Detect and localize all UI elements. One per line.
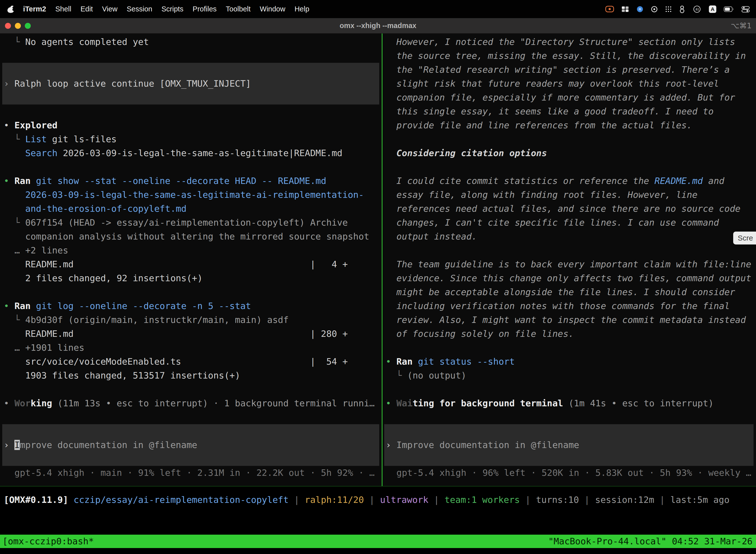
terminal-line [386,160,756,174]
terminal-line: output instead. [386,230,756,243]
terminal-line [2,452,379,466]
menu-item-toolbelt[interactable]: Toolbelt [226,5,251,13]
terminal-line: The team guideline is to back every impo… [386,258,756,271]
terminal-line [386,243,756,258]
terminal-line: └ (no output) [386,369,756,383]
terminal-line [4,410,382,424]
blue-app-icon[interactable] [636,6,643,13]
terminal-line: Considering citation options [386,146,756,160]
terminal-line: README.md | 280 + [4,327,382,341]
terminal-line [4,49,382,63]
menu-item-scripts[interactable]: Scripts [162,5,184,13]
dots-grid-icon[interactable] [665,6,672,12]
menu-item-shell[interactable]: Shell [55,5,71,13]
gauge-icon[interactable]: .61 [693,5,701,13]
terminal: └ No agents completed yet› Ralph loop ac… [0,34,756,486]
ring-app-icon[interactable] [651,6,658,13]
zoom-button[interactable] [25,23,31,29]
terminal-line [4,105,382,118]
command-input[interactable]: › Improve documentation in @filename [384,438,754,452]
menu-bar: iTerm2 Shell Edit View Session Scripts P… [0,0,756,18]
terminal-line [386,341,756,355]
terminal-line: … +2 lines [4,243,382,258]
terminal-line: 2026-03-09-is-legal-the-same-as-legitima… [4,188,382,202]
terminal-line [2,91,379,105]
terminal-line [384,424,754,438]
terminal-line: Search 2026-03-09-is-legal-the-same-as-l… [4,146,382,160]
terminal-line [4,285,382,299]
terminal-pane-right[interactable]: However, I noticed the "Directory Struct… [382,34,756,486]
menu-item-view[interactable]: View [102,5,117,13]
terminal-line: provide file and line references from th… [386,118,756,132]
tmux-session-window[interactable]: [omx-cczip0:bash* [2,535,94,548]
terminal-line: essay file, along with finding root file… [386,188,756,202]
traffic-lights [5,18,31,34]
screen: iTerm2 Shell Edit View Session Scripts P… [0,0,756,554]
terminal-line [386,383,756,396]
tmux-host-clock: "MacBook-Pro-44.local" 04:52 31-Mar-26 [548,535,753,548]
terminal-line: • Working (11m 13s • esc to interrupt) ·… [4,396,382,410]
battery-icon[interactable] [724,6,734,12]
menu-item-edit[interactable]: Edit [80,5,93,13]
notification-toast[interactable]: Scre [733,232,756,244]
terminal-pane-left[interactable]: └ No agents completed yet› Ralph loop ac… [0,34,382,486]
minimize-button[interactable] [15,23,21,29]
command-input[interactable]: › Improve documentation in @filename [2,438,379,452]
terminal-line: review. Also, I might want to inspect th… [386,313,756,327]
terminal-line: › Ralph loop active continue [OMX_TMUX_I… [2,77,379,91]
window-title: omx --xhigh --madmax [0,21,756,30]
terminal-line: evidence. Since this change only affects… [386,271,756,285]
terminal-line: └ No agents completed yet [4,35,382,49]
terminal-line [384,452,754,466]
terminal-line: gpt-5.4 xhigh · 96% left · 520K in · 5.8… [386,466,756,480]
menu-item-window[interactable]: Window [260,5,285,13]
terminal-line [386,132,756,146]
terminal-line: including verification notes with those … [386,299,756,313]
menu-item-help[interactable]: Help [295,5,309,13]
figure-eight-icon[interactable] [679,5,685,13]
terminal-line [2,63,379,77]
terminal-line: this single essay, it seems like a good … [386,105,756,118]
terminal-line: of focusing solely on file lines. [386,327,756,341]
svg-text:.61: .61 [695,8,699,11]
terminal-line: • Waiting for background terminal (1m 41… [386,396,756,410]
terminal-line [386,410,756,424]
input-source-icon[interactable]: A [709,5,716,13]
terminal-line: src/voice/voiceModeEnabled.ts | 54 + [4,355,382,369]
terminal-line: I could cite commit statistics or refere… [386,174,756,188]
app-menu[interactable]: iTerm2 [23,5,46,13]
terminal-line [2,424,379,438]
terminal-line: 2 files changed, 92 insertions(+) [4,271,382,285]
terminal-line: However, I noticed the "Directory Struct… [386,35,756,49]
terminal-line: • Explored [4,118,382,132]
window-grid-icon[interactable] [622,6,629,12]
terminal-line: and-the-erosion-of-copyleft.md [4,202,382,216]
terminal-line: changes, I can't cite specific file line… [386,216,756,230]
terminal-line: slight risk that future readers may over… [386,77,756,91]
terminal-line: companion analysis without altering the … [4,230,382,243]
terminal-line: └ List git ls-files [4,132,382,146]
terminal-line: └ 067f154 (HEAD -> essay/ai-reimplementa… [4,216,382,230]
terminal-line: └ 4b9d30f (origin/main, instructkr/main,… [4,313,382,327]
terminal-line: might be acceptable alongside the file l… [386,285,756,299]
apple-menu-icon[interactable] [7,5,14,13]
pane-bottom-border [0,486,756,487]
terminal-line: the source tree, missing the essay. Stil… [386,49,756,63]
terminal-line [4,160,382,174]
terminal-line [4,383,382,396]
menu-item-session[interactable]: Session [127,5,152,13]
terminal-line: • Ran git status --short [386,355,756,369]
terminal-line: gpt-5.4 xhigh · main · 91% left · 2.31M … [4,466,382,480]
menu-item-profiles[interactable]: Profiles [193,5,217,13]
terminal-line: … +1901 lines [4,341,382,355]
control-center-icon[interactable] [742,6,750,13]
terminal-line: references need actual files, and since … [386,202,756,216]
close-button[interactable] [5,23,11,29]
tmux-status-bar: [omx-cczip0:bash* "MacBook-Pro-44.local"… [0,535,756,548]
terminal-line: • Ran git log --oneline --decorate -n 5 … [4,299,382,313]
menu-bar-status-icons: .61 A [605,5,750,13]
terminal-line: • Ran git show --stat --oneline --decora… [4,174,382,188]
screen-recording-icon[interactable] [605,6,614,12]
terminal-line: 1903 files changed, 513517 insertions(+) [4,369,382,383]
terminal-line: companion file, especially if more comme… [386,91,756,105]
